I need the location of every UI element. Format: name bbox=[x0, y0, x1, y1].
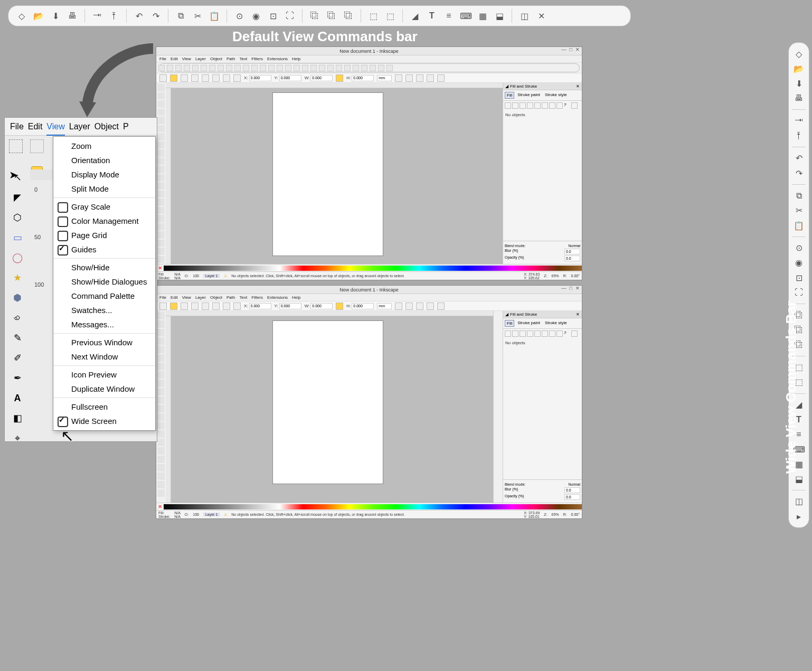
layers-icon[interactable]: ≡ bbox=[442, 9, 456, 23]
tb-icon[interactable] bbox=[378, 65, 384, 71]
ctrl-icon[interactable] bbox=[405, 74, 413, 82]
calligraphy-tool-icon[interactable]: ✒ bbox=[10, 370, 25, 386]
ungroup-icon[interactable]: ⬚ bbox=[383, 9, 397, 23]
unit-select[interactable] bbox=[377, 75, 392, 81]
document-page[interactable] bbox=[272, 92, 383, 256]
menu-view[interactable]: View bbox=[46, 118, 64, 136]
tb-icon[interactable] bbox=[243, 65, 249, 71]
print-icon[interactable]: 🖶 bbox=[792, 92, 806, 104]
prefs-icon[interactable]: ◫ bbox=[517, 9, 531, 23]
import-icon[interactable]: ⭲ bbox=[90, 9, 104, 23]
toolbox-tool[interactable] bbox=[157, 320, 165, 328]
w-input[interactable] bbox=[310, 303, 333, 309]
ctrl-icon[interactable] bbox=[181, 74, 188, 82]
toolbox-tool[interactable] bbox=[157, 422, 165, 429]
undo-icon[interactable]: ↶ bbox=[132, 9, 146, 23]
bezier-tool-icon[interactable]: ✎ bbox=[10, 330, 25, 346]
docprops-icon[interactable]: ✕ bbox=[534, 9, 548, 23]
lock-icon[interactable] bbox=[170, 303, 177, 310]
zoom-drawing-icon[interactable]: ◉ bbox=[792, 257, 806, 269]
unit-select[interactable] bbox=[377, 303, 392, 309]
star-tool-icon[interactable]: ★ bbox=[10, 270, 25, 286]
blur-input[interactable] bbox=[564, 249, 580, 254]
menu-item-next-window[interactable]: Next Window bbox=[53, 349, 155, 364]
menu-item-guides[interactable]: Guides bbox=[53, 242, 155, 257]
close-icon[interactable]: ✕ bbox=[576, 84, 580, 89]
menu-extensions[interactable]: Extensions bbox=[267, 295, 288, 300]
menu-layer[interactable]: Layer bbox=[195, 295, 206, 300]
zoom-page-icon[interactable]: ⊡ bbox=[266, 9, 280, 23]
ctrl-icon[interactable] bbox=[405, 303, 413, 310]
h-input[interactable] bbox=[352, 303, 374, 309]
toolbox-tool[interactable] bbox=[157, 174, 165, 182]
export-icon[interactable]: ⭱ bbox=[792, 130, 806, 141]
open-icon[interactable]: 📂 bbox=[792, 63, 806, 74]
tb-icon[interactable] bbox=[209, 65, 215, 71]
ctrl-icon[interactable] bbox=[395, 303, 402, 310]
zoom-move-icon[interactable]: ⛶ bbox=[283, 9, 297, 23]
tb-icon[interactable] bbox=[361, 65, 367, 71]
menu-item-swatches[interactable]: Swatches... bbox=[53, 303, 155, 317]
toolbox-tool[interactable] bbox=[157, 489, 165, 497]
toolbox-tool[interactable] bbox=[157, 380, 165, 387]
tab-fill[interactable]: Fill bbox=[505, 92, 514, 99]
pencil-tool-icon[interactable]: ✐ bbox=[10, 350, 25, 366]
tb-icon[interactable] bbox=[327, 65, 334, 71]
toolbox-tool[interactable] bbox=[157, 199, 165, 206]
toolbox-tool[interactable] bbox=[157, 464, 165, 471]
menu-file[interactable]: File bbox=[10, 122, 24, 131]
zoom-value[interactable]: 65% bbox=[552, 274, 559, 278]
tb-icon[interactable] bbox=[226, 65, 232, 71]
menu-object[interactable]: Object bbox=[210, 295, 222, 300]
toolbox-tool[interactable] bbox=[157, 191, 165, 198]
menu-filters[interactable]: Filters bbox=[251, 295, 263, 300]
menu-item-duplicate-window[interactable]: Duplicate Window bbox=[53, 382, 155, 396]
toolbox-tool[interactable] bbox=[157, 456, 165, 463]
spiral-tool-icon[interactable]: ꩜ bbox=[10, 310, 25, 326]
dropper-tool-icon[interactable]: ⌖ bbox=[10, 430, 25, 446]
toolbox-tool[interactable] bbox=[157, 312, 165, 319]
toolbox-tool[interactable] bbox=[157, 117, 165, 124]
menu-item-fullscreen[interactable]: Fullscreen bbox=[53, 400, 155, 414]
redo-icon[interactable]: ↷ bbox=[149, 9, 163, 23]
ctrl-icon[interactable] bbox=[416, 74, 423, 82]
ctrl-icon[interactable] bbox=[437, 74, 445, 82]
menu-item-split-mode[interactable]: Split Mode bbox=[53, 182, 155, 196]
group-icon[interactable]: ⬚ bbox=[366, 9, 380, 23]
menu-item-orientation[interactable]: Orientation bbox=[53, 153, 155, 167]
toolbox-tool[interactable] bbox=[157, 430, 165, 438]
ctrl-icon[interactable] bbox=[159, 303, 167, 310]
color-palette[interactable]: ✕ bbox=[156, 264, 582, 271]
export-icon[interactable]: ⭱ bbox=[107, 9, 121, 23]
ctrl-icon[interactable] bbox=[233, 74, 241, 82]
tab-stroke-paint[interactable]: Stroke paint bbox=[516, 92, 542, 99]
menu-filters[interactable]: Filters bbox=[251, 56, 263, 61]
menu-item-command-palette[interactable]: Command Palette bbox=[53, 289, 155, 303]
tb-icon[interactable] bbox=[175, 65, 182, 71]
menu-item-display-mode[interactable]: Display Mode bbox=[53, 167, 155, 182]
cut-icon[interactable]: ✂ bbox=[191, 9, 204, 23]
text-tool-icon[interactable]: A bbox=[10, 390, 25, 406]
tb-icon[interactable] bbox=[353, 65, 359, 71]
tb-icon[interactable] bbox=[158, 65, 165, 71]
palette-strip[interactable] bbox=[164, 266, 582, 271]
prefs-icon[interactable]: ◫ bbox=[792, 496, 806, 507]
menu-p[interactable]: P bbox=[123, 122, 129, 131]
toolbox-tool[interactable] bbox=[157, 354, 165, 362]
toolbox-tool[interactable] bbox=[157, 337, 165, 345]
clone-icon[interactable]: ⿻ bbox=[325, 9, 338, 23]
x-input[interactable] bbox=[249, 303, 271, 309]
cut-icon[interactable]: ✂ bbox=[792, 205, 806, 216]
menu-item-zoom[interactable]: Zoom bbox=[53, 139, 155, 153]
lock-icon[interactable] bbox=[336, 303, 343, 310]
toolbox-tool[interactable] bbox=[157, 231, 165, 239]
paste-icon[interactable]: 📋 bbox=[207, 9, 221, 23]
ctrl-icon[interactable] bbox=[395, 74, 402, 82]
tb-icon[interactable] bbox=[184, 65, 190, 71]
menu-file[interactable]: File bbox=[159, 295, 166, 300]
menu-object[interactable]: Object bbox=[95, 122, 119, 131]
node-tool-icon[interactable]: ◤ bbox=[10, 190, 25, 205]
minimize-icon[interactable]: — bbox=[562, 47, 566, 52]
document-page[interactable] bbox=[272, 320, 383, 484]
tb-marquee-icon[interactable] bbox=[30, 139, 44, 153]
